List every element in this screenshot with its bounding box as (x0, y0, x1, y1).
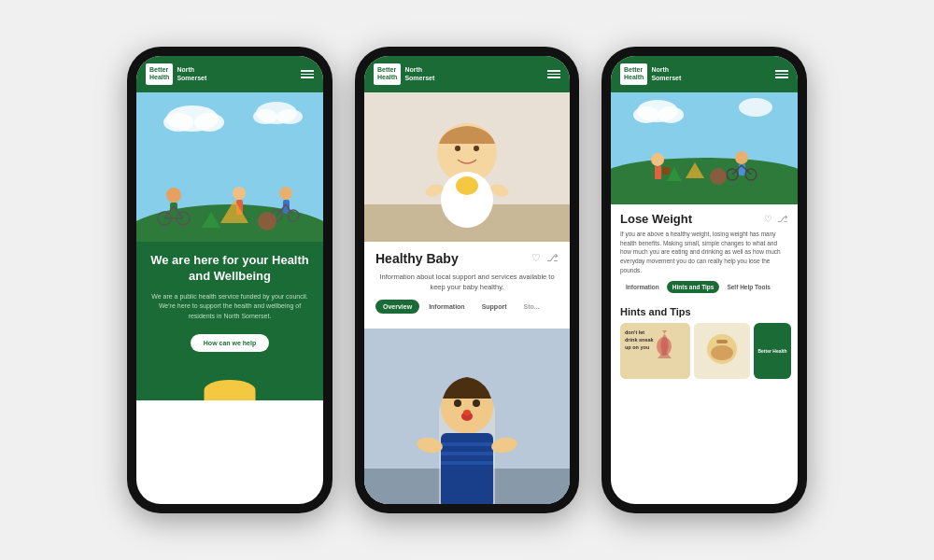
phone3-tab-information[interactable]: Information (620, 281, 665, 293)
phone1-hero-title: We are here for your Health and Wellbein… (149, 253, 310, 285)
phone3-hero-illustration (611, 92, 798, 204)
phone-1: Better Health North Somerset (127, 47, 333, 513)
phone3-lw-description: If you are above a healthy weight, losin… (620, 230, 788, 275)
phone3-share-icon[interactable]: ⎇ (777, 214, 788, 224)
phone2-title-row: Healthy Baby ♡ ⎇ (375, 251, 559, 266)
phone2-card-title: Healthy Baby (375, 251, 459, 266)
phone3-logo: Better Health North Somerset (620, 63, 681, 85)
phone2-hamburger-icon[interactable] (547, 70, 560, 78)
svg-text:up on you: up on you (625, 344, 649, 350)
svg-point-3 (194, 113, 224, 132)
phone3-title-row: Lose Weight ♡ ⎇ (620, 212, 788, 226)
phone3-heart-icon[interactable]: ♡ (764, 214, 772, 224)
phone3-logo-box: Better Health (620, 63, 647, 85)
svg-point-30 (455, 146, 460, 151)
svg-point-31 (474, 146, 479, 151)
svg-text:drink sneak: drink sneak (625, 337, 655, 343)
svg-point-60 (735, 151, 748, 164)
phone1-tagline: North Somerset (177, 65, 206, 82)
svg-rect-46 (441, 452, 493, 455)
svg-point-5 (253, 109, 277, 124)
svg-point-43 (463, 410, 471, 415)
phone3-hints-title: Hints and Tips (620, 306, 788, 317)
svg-rect-47 (441, 461, 493, 465)
phone3-tab-selfhelp[interactable]: Self Help Tools (721, 281, 775, 293)
phone3-tabs: Information Hints and Tips Self Help Too… (620, 281, 788, 293)
phone1-hero-content: We are here for your Health and Wellbein… (136, 242, 323, 363)
phone3-hint-card-3: Better Health (754, 323, 791, 379)
svg-point-40 (454, 399, 461, 407)
phone2-tagline: North Somerset (404, 65, 434, 82)
phone3-hero-svg (611, 92, 798, 204)
phone1-logo: Better Health North Somerset (146, 63, 206, 85)
phone-2-screen: Better Health North Somerset (364, 56, 570, 504)
phone2-baby-photo (364, 92, 570, 242)
phone1-cta-button[interactable]: How can we help (191, 334, 269, 352)
svg-point-57 (651, 153, 664, 166)
phone2-baby-photo2 (364, 329, 570, 504)
svg-point-56 (611, 158, 798, 195)
phone-3-screen: Better Health North Somerset (611, 56, 798, 504)
phone2-baby-svg (364, 92, 570, 242)
phone-3: Better Health North Somerset (601, 47, 807, 513)
svg-point-76 (711, 345, 733, 360)
svg-point-9 (166, 188, 181, 203)
phone2-logo-box: Better Health (374, 63, 401, 85)
svg-point-54 (739, 98, 772, 117)
phone2-card-description: Information about local support and serv… (375, 272, 559, 293)
phone3-hint-card-1: don't let drink sneak up on you (620, 323, 690, 379)
phone3-lw-info: Lose Weight ♡ ⎇ If you are above a healt… (611, 204, 798, 306)
svg-point-73 (657, 337, 672, 356)
svg-point-25 (258, 212, 276, 231)
phone2-tab-more[interactable]: Sto... (516, 300, 546, 314)
svg-rect-77 (716, 340, 728, 343)
phone2-tab-overview[interactable]: Overview (375, 300, 419, 314)
phone3-brand-label: Better Health (755, 345, 789, 357)
phone3-hint-card2-svg (694, 323, 750, 379)
svg-point-52 (633, 106, 659, 123)
phone3-tagline: North Somerset (651, 65, 681, 82)
phone3-hint-card1-svg: don't let drink sneak up on you (620, 323, 690, 379)
phone3-tab-hints[interactable]: Hints and Tips (667, 281, 720, 293)
svg-point-41 (473, 399, 480, 407)
phone3-hint-cards: don't let drink sneak up on you (620, 323, 788, 379)
svg-point-67 (710, 168, 727, 185)
phone1-hero-illustration (136, 92, 323, 242)
phone3-hints-section: Hints and Tips don't let drink sneak up … (611, 306, 798, 379)
svg-text:don't let: don't let (625, 329, 644, 335)
svg-point-35 (456, 176, 478, 195)
svg-point-2 (163, 113, 193, 132)
phone2-card-icons: ♡ ⎇ (531, 252, 559, 264)
svg-rect-45 (441, 442, 493, 446)
phone3-lw-title: Lose Weight (620, 212, 692, 226)
phone2-tabs: Overview Information Support Sto... (375, 300, 559, 319)
phone2-logo: Better Health North Somerset (374, 63, 434, 85)
phone1-logo-box: Better Health (146, 63, 173, 85)
phone1-scene-svg (136, 92, 323, 242)
phone1-hamburger-icon[interactable] (301, 70, 314, 78)
svg-point-53 (658, 106, 684, 123)
phone1-header: Better Health North Somerset (136, 56, 323, 92)
phone2-header: Better Health North Somerset (364, 56, 570, 92)
svg-rect-58 (655, 166, 661, 179)
phone1-bottom (136, 363, 323, 400)
phone2-tab-support[interactable]: Support (474, 300, 515, 314)
phone3-hamburger-icon[interactable] (775, 70, 788, 78)
phone2-share-icon[interactable]: ⎇ (546, 252, 559, 264)
svg-rect-59 (662, 167, 670, 175)
phone1-hero-subtitle: We are a public health service funded by… (149, 292, 310, 322)
phone2-card-info: Healthy Baby ♡ ⎇ Information about local… (364, 242, 570, 329)
phone3-icons: ♡ ⎇ (764, 214, 788, 224)
svg-point-16 (233, 187, 246, 200)
svg-rect-8 (136, 223, 323, 242)
phone-1-screen: Better Health North Somerset (136, 56, 323, 504)
phone2-heart-icon[interactable]: ♡ (531, 252, 541, 264)
phone-2: Better Health North Somerset (355, 47, 579, 513)
phone3-hint-card-2 (694, 323, 750, 379)
yellow-blob (205, 380, 256, 400)
phone2-tab-information[interactable]: Information (421, 300, 473, 314)
svg-point-6 (276, 109, 303, 124)
svg-point-18 (279, 187, 292, 200)
phone3-header: Better Health North Somerset (611, 56, 798, 92)
phone2-baby2-svg (364, 329, 570, 504)
